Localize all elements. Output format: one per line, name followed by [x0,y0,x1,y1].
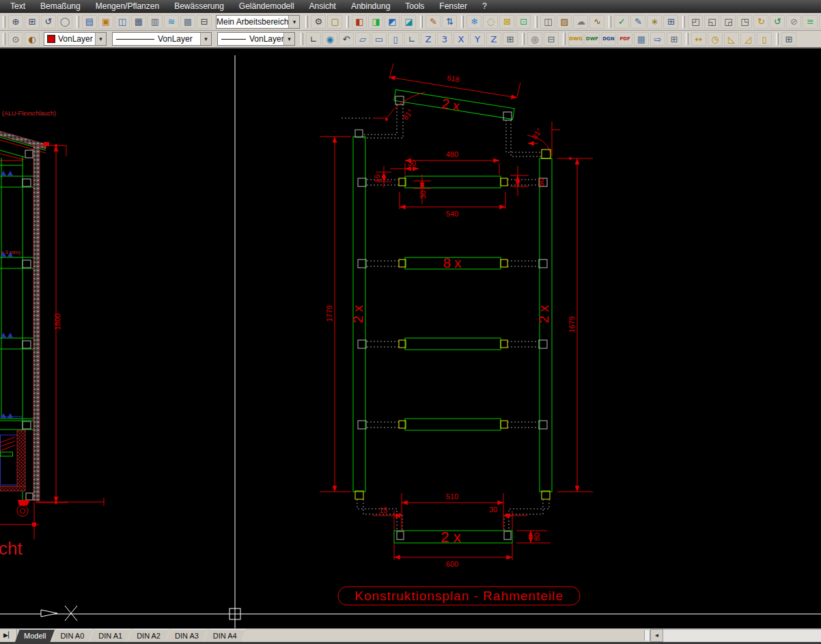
ucs-world-icon[interactable]: ∟ [306,32,321,46]
menu-ansicht[interactable]: Ansicht [302,0,344,13]
layer-check-icon[interactable]: ◨ [368,15,383,29]
plot-style-icon[interactable]: ▤ [82,15,97,29]
layer-lock-icon[interactable]: ⊠ [499,15,514,29]
ucs-face-icon[interactable]: ▱ [355,32,370,46]
irrigation-icon[interactable]: ≋ [164,15,179,29]
measure-angle-icon[interactable]: ◺ [724,32,739,46]
revision-cloud-icon[interactable]: ☁ [573,15,588,29]
ucs-origin-icon[interactable]: ∟ [404,32,419,46]
horizontal-scrollbar[interactable]: ◄ [650,629,821,642]
layer-freeze-icon[interactable]: ❄ [467,15,482,29]
measure-distance-icon[interactable]: ↔ [691,32,706,46]
layer-edit-icon[interactable]: ◩ [385,15,400,29]
layer-unlock-icon[interactable]: ⊡ [516,15,531,29]
layout-copy-icon[interactable]: ⊞ [667,32,682,46]
menu-bew-sserung[interactable]: Bewässerung [167,0,232,13]
ucs-rotate-z-icon[interactable]: Z [486,32,501,46]
camera-icon[interactable]: ⊙ [8,32,23,46]
menu-fenster[interactable]: Fenster [432,0,475,13]
tab-din-a4[interactable]: DIN A4 [204,629,246,642]
freehand-icon[interactable]: ∿ [589,15,604,29]
menu-mengen-pflanzen[interactable]: Mengen/Pflanzen [88,0,167,13]
layer-off-icon[interactable]: ◌ [483,15,498,29]
ucs-zaxis-icon[interactable]: Z [421,32,436,46]
layer-set-icon[interactable]: ◧ [352,15,367,29]
lineweight-combo[interactable]: VonLayer▾ [217,32,295,46]
measure-slope-icon[interactable]: ◿ [740,32,755,46]
ucs-previous-icon[interactable]: ↶ [339,32,354,46]
pan-icon[interactable]: ◯ [57,15,72,29]
save-dgn-icon[interactable]: DGN [601,32,616,46]
menu-gel-ndemodell[interactable]: Geländemodell [232,0,302,13]
save-pdf-icon[interactable]: PDF [617,32,632,46]
image-stack-icon[interactable]: ▩ [180,15,195,29]
ucs-rotate-y-icon[interactable]: Y [470,32,485,46]
ucs-3point-icon[interactable]: 3 [437,32,452,46]
export-icon[interactable]: ⇨ [650,32,665,46]
building-icon[interactable]: ▥ [148,15,163,29]
model-space[interactable]: (ALU-Flexschlauch) [0,48,821,628]
dropdown-arrow-icon[interactable]: ▾ [200,33,211,45]
bottom-rail[interactable]: 2 x [394,529,512,546]
hatch-edit-icon[interactable]: ▨ [557,15,572,29]
image-adjust-icon[interactable]: ◐ [25,32,40,46]
zoom-previous-icon[interactable]: ↺ [41,15,56,29]
layer-copy-icon[interactable]: ◪ [401,15,416,29]
redline-icon[interactable]: ✎ [630,15,645,29]
linetype-combo[interactable]: VonLayer▾ [112,32,212,46]
tab-nav-button[interactable]: ▶▏ [0,629,17,642]
settings-gear-icon[interactable]: ⚙ [311,15,326,29]
tab-din-a3[interactable]: DIN A3 [166,629,208,642]
save-image-icon[interactable]: ▦ [634,32,649,46]
color-combo[interactable]: VonLayer▾ [44,32,107,46]
scroll-left-button[interactable]: ◄ [650,629,663,642]
image-folder-icon[interactable]: ▣ [98,15,113,29]
dropdown-arrow-icon[interactable]: ▾ [288,16,299,28]
side-view[interactable]: (ALU-Flexschlauch) [0,110,104,559]
table-icon[interactable]: ▦ [131,15,146,29]
coins-refresh-icon[interactable]: ↻ [753,15,768,29]
tab-modell[interactable]: Modell [15,629,55,642]
right-post[interactable]: 2 x [536,150,552,499]
draworder-under-icon[interactable]: ◳ [737,15,752,29]
cross-rail-2[interactable]: 8 x [358,255,547,270]
coins-swap-icon[interactable]: ↺ [770,15,785,29]
table-window-icon[interactable]: ⊞ [663,15,678,29]
scrollbar-track[interactable] [663,629,821,642]
ucs-object-icon[interactable]: ▭ [372,32,387,46]
menu-bema-ung[interactable]: Bemaßung [33,0,88,13]
layout-list-icon[interactable]: ⊞ [781,32,796,46]
save-dwf-icon[interactable]: DWF [585,32,600,46]
measure-volume-icon[interactable]: ▯ [757,32,772,46]
check-flag-icon[interactable]: ✓ [614,15,629,29]
purge-icon[interactable]: ⊘ [786,15,801,29]
zoom-window-icon[interactable]: ⊞ [25,15,40,29]
cross-rail-4[interactable] [358,419,547,430]
sketch-icon[interactable]: ✎ [426,15,441,29]
viewport-window-icon[interactable]: ◫ [115,15,130,29]
menu-text[interactable]: Text [3,0,33,13]
ucs-view-icon[interactable]: ▯ [388,32,403,46]
coins-stack-icon[interactable]: ≡ [803,15,818,29]
frame-parts-view[interactable]: 2 x 618 81° [320,64,593,605]
calculator-icon[interactable]: ⊟ [197,15,212,29]
menu-anbindung[interactable]: Anbindung [344,0,398,13]
named-view-icon[interactable]: ◎ [527,32,542,46]
dropdown-arrow-icon[interactable]: ▾ [95,33,106,45]
ucs-rotate-x-icon[interactable]: X [454,32,469,46]
paste-icon[interactable]: ⊟ [544,32,559,46]
save-dwg-icon[interactable]: DWG [568,32,583,46]
ucs-named-icon[interactable]: ◉ [322,32,337,46]
drawing-svg[interactable]: (ALU-Flexschlauch) [0,48,821,628]
draworder-front-icon[interactable]: ◰ [688,15,703,29]
drawing-title[interactable]: Konstruktionsplan - Rahmenteile [338,587,580,605]
ucs-dialog-icon[interactable]: ⊞ [503,32,518,46]
workspace-combo[interactable]: Mein Arbeitsbereich▾ [216,15,300,29]
copy-window-icon[interactable]: ◫ [540,15,555,29]
menu-[interactable]: ? [475,0,495,13]
measure-radius-icon[interactable]: ◷ [708,32,723,46]
tabbar-splitter[interactable] [644,630,650,641]
menu-tools[interactable]: Tools [398,0,432,13]
tab-din-a1[interactable]: DIN A1 [89,629,131,642]
markup-star-icon[interactable]: ∗ [647,15,662,29]
